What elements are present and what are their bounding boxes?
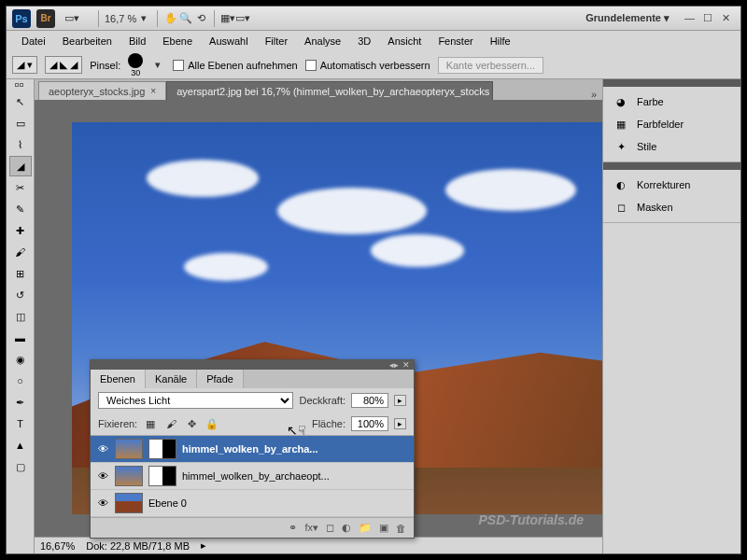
layer-row[interactable]: 👁 himmel_wolken_by_archaeopt... (91, 463, 414, 490)
menu-bild[interactable]: Bild (121, 33, 153, 49)
close-button[interactable]: ✕ (722, 12, 735, 25)
tab-overflow-icon[interactable]: » (585, 89, 602, 100)
path-select-tool[interactable]: ▲ (9, 435, 32, 455)
pen-tool[interactable]: ✒ (9, 392, 32, 413)
menu-ansicht[interactable]: Ansicht (380, 33, 429, 49)
crop-tool[interactable]: ✂ (9, 177, 32, 198)
tool-preset-icon[interactable]: ◢ ▾ (12, 56, 37, 74)
shape-tool[interactable]: ▢ (9, 456, 32, 477)
panel-grip-icon[interactable] (603, 79, 740, 87)
panel-farbfelder[interactable]: ▦Farbfelder (603, 113, 740, 135)
selection-mode-icons[interactable]: ◢ ◣ ◢ (45, 56, 82, 74)
minimize-button[interactable]: — (684, 12, 698, 25)
layer-name[interactable]: himmel_wolken_by_archaeopt... (182, 470, 408, 482)
document-tab-2[interactable]: ayerspart2.jpg bei 16,7% (himmel_wolken_… (166, 81, 493, 100)
menu-ebene[interactable]: Ebene (155, 33, 200, 49)
zoom-tool-icon[interactable]: 🔍 (178, 11, 193, 26)
lock-pixels-icon[interactable]: 🖌 (163, 416, 178, 431)
tab-pfade[interactable]: Pfade (197, 370, 244, 388)
opacity-arrow-icon[interactable]: ▸ (394, 395, 406, 406)
layer-thumbnail[interactable] (115, 493, 143, 513)
history-brush-tool[interactable]: ↺ (9, 285, 32, 305)
group-icon[interactable]: 📁 (359, 522, 372, 534)
document-tab-1[interactable]: aeopteryx_stocks.jpg× (38, 81, 166, 100)
sample-all-layers-checkbox[interactable]: Alle Ebenen aufnehmen (173, 60, 297, 71)
opacity-input[interactable]: 80% (351, 393, 388, 408)
blend-mode-select[interactable]: Weiches Licht (98, 392, 293, 409)
layer-name[interactable]: himmel_wolken_by_archa... (182, 443, 408, 455)
eyedropper-tool[interactable]: ✎ (9, 199, 32, 219)
maximize-button[interactable]: ☐ (703, 12, 716, 25)
adjustment-layer-icon[interactable]: ◐ (342, 522, 351, 534)
quick-select-tool[interactable]: ◢ (9, 156, 32, 176)
layer-mask-thumbnail[interactable] (148, 466, 176, 486)
panel-menu-icon[interactable]: ◂▸ (389, 360, 399, 370)
layer-thumbnail[interactable] (115, 466, 143, 486)
layer-row[interactable]: 👁 himmel_wolken_by_archa... (91, 436, 414, 463)
menu-fenster[interactable]: Fenster (430, 33, 480, 49)
new-layer-icon[interactable]: ▣ (379, 522, 388, 534)
brush-tool[interactable]: 🖌 (9, 242, 32, 262)
swatches-icon: ▦ (613, 117, 629, 132)
tab-kanaele[interactable]: Kanäle (146, 370, 197, 388)
workspace-switcher[interactable]: Grundelemente ▾ (585, 12, 669, 24)
visibility-icon[interactable]: 👁 (96, 470, 109, 482)
brush-dropdown-icon[interactable]: ▾ (150, 58, 165, 73)
eraser-tool[interactable]: ◫ (9, 306, 32, 327)
lock-position-icon[interactable]: ✥ (184, 416, 199, 431)
layer-mask-icon[interactable]: ◻ (326, 522, 334, 534)
move-tool[interactable]: ↖ (9, 91, 32, 112)
bridge-icon[interactable]: Br (36, 9, 55, 28)
fill-arrow-icon[interactable]: ▸ (394, 418, 406, 429)
menu-analyse[interactable]: Analyse (297, 33, 348, 49)
visibility-icon[interactable]: 👁 (96, 497, 109, 509)
auto-enhance-checkbox[interactable]: Automatisch verbessern (305, 60, 430, 71)
close-tab-icon[interactable]: × (150, 86, 156, 96)
panel-korrekturen[interactable]: ◐Korrekturen (603, 174, 740, 196)
lasso-tool[interactable]: ⌇ (9, 134, 32, 155)
healing-tool[interactable]: ✚ (9, 220, 32, 241)
screen-mode-icon[interactable]: ▭▾ (235, 11, 250, 26)
status-arrow-icon[interactable]: ▸ (201, 539, 206, 552)
layer-name[interactable]: Ebene 0 (148, 497, 408, 509)
layer-style-icon[interactable]: fx▾ (304, 522, 318, 534)
panel-masken[interactable]: ◻Masken (603, 196, 740, 218)
rotate-view-icon[interactable]: ⟲ (193, 11, 208, 26)
stamp-tool[interactable]: ⊞ (9, 263, 32, 284)
history-dropdown-icon[interactable]: ▭▾ (64, 11, 79, 26)
delete-layer-icon[interactable]: 🗑 (396, 523, 406, 534)
tab-ebenen[interactable]: Ebenen (91, 370, 146, 388)
gradient-tool[interactable]: ▬ (9, 328, 32, 348)
menu-3d[interactable]: 3D (350, 33, 378, 49)
toolbox-grip-icon[interactable] (15, 83, 26, 87)
fill-input[interactable]: 100% (351, 416, 388, 431)
marquee-tool[interactable]: ▭ (9, 113, 32, 133)
status-doc-size[interactable]: Dok: 22,8 MB/71,8 MB (86, 540, 190, 552)
layers-panel[interactable]: ◂▸ ✕ Ebenen Kanäle Pfade Weiches Licht D… (90, 359, 415, 539)
brush-preview-icon[interactable] (128, 53, 143, 68)
menu-hilfe[interactable]: Hilfe (483, 33, 518, 49)
blur-tool[interactable]: ◉ (9, 349, 32, 370)
visibility-icon[interactable]: 👁 (96, 443, 109, 455)
hand-tool-icon[interactable]: ✋ (163, 11, 178, 26)
arrange-icon[interactable]: ▦▾ (220, 11, 235, 26)
layer-thumbnail[interactable] (115, 439, 143, 459)
refine-edge-button[interactable]: Kante verbessern... (438, 57, 543, 74)
layer-mask-thumbnail[interactable] (148, 439, 176, 459)
menu-bearbeiten[interactable]: Bearbeiten (55, 33, 120, 49)
zoom-dropdown-icon[interactable]: ▾ (136, 11, 151, 26)
layer-row[interactable]: 👁 Ebene 0 (91, 490, 414, 517)
panel-stile[interactable]: ✦Stile (603, 135, 740, 158)
panel-close-icon[interactable]: ✕ (402, 360, 410, 370)
panel-farbe[interactable]: ◕Farbe (603, 91, 740, 113)
status-zoom[interactable]: 16,67% (40, 540, 75, 552)
lock-transparency-icon[interactable]: ▦ (143, 416, 158, 431)
menu-datei[interactable]: Datei (14, 33, 53, 49)
lock-all-icon[interactable]: 🔒 (204, 416, 219, 431)
dodge-tool[interactable]: ○ (9, 371, 32, 391)
link-layers-icon[interactable]: ⚭ (289, 522, 297, 534)
zoom-level[interactable]: 16,7 % (105, 13, 136, 24)
type-tool[interactable]: T (9, 413, 32, 434)
menu-auswahl[interactable]: Auswahl (202, 33, 256, 49)
menu-filter[interactable]: Filter (258, 33, 295, 49)
